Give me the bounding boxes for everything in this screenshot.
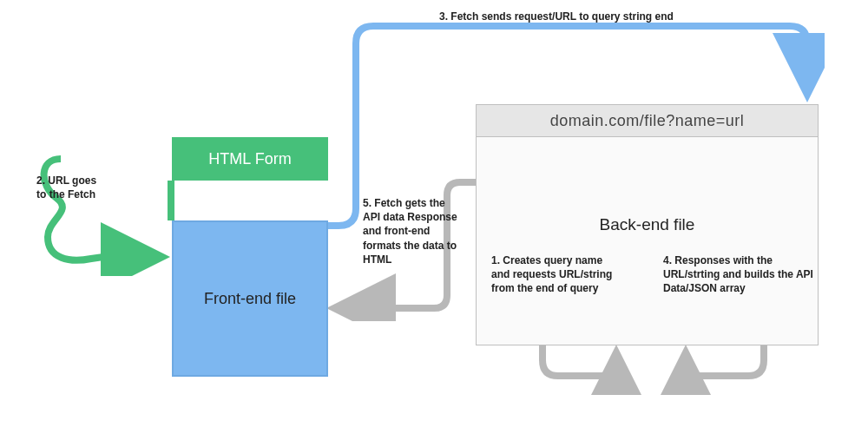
backend-file-label: Back-end file	[600, 215, 695, 234]
domain-url-bar: domain.com/file?name=url	[476, 104, 819, 137]
diagram-canvas: HTML Form Front-end file Back-end file d…	[0, 0, 868, 434]
step5-label: 5. Fetch gets the API data Response and …	[363, 196, 458, 266]
step1-label: 1. Creates query name and requests URL/s…	[491, 253, 621, 296]
domain-url-text: domain.com/file?name=url	[550, 112, 745, 130]
frontend-file-box: Front-end file	[172, 220, 328, 377]
arrow-form-output	[156, 175, 191, 227]
step4-label: 4. Responses with the URL/strting and bu…	[663, 253, 819, 296]
html-form-box: HTML Form	[172, 137, 328, 181]
frontend-file-label: Front-end file	[204, 290, 296, 308]
step2-label: 2. URL goes to the Fetch	[36, 174, 97, 201]
step3-label: 3. Fetch sends request/URL to query stri…	[439, 10, 717, 23]
backend-file-box: Back-end file	[476, 104, 819, 345]
html-form-label: HTML Form	[208, 150, 291, 168]
